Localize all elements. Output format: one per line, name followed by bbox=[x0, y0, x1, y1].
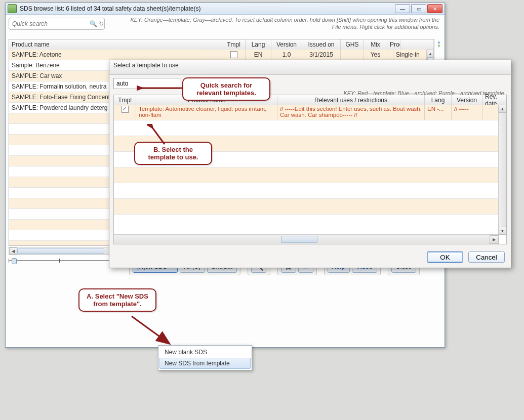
minimize-button[interactable]: — bbox=[395, 4, 410, 13]
template-rev-cell bbox=[482, 105, 499, 120]
mcol-version[interactable]: Version bbox=[452, 95, 482, 105]
key-legend: KEY: Orange—template; Gray—archived. To … bbox=[126, 17, 439, 31]
col-lang[interactable]: Lang bbox=[246, 39, 271, 50]
template-lang-cell: EN -... bbox=[425, 105, 452, 120]
dialog-scroll-right-icon[interactable]: ▶ bbox=[490, 235, 499, 244]
template-search-input[interactable] bbox=[113, 78, 180, 89]
menu-new-blank-sds[interactable]: New blank SDS bbox=[159, 347, 251, 358]
zoom-slider[interactable] bbox=[9, 257, 110, 264]
quick-search-box[interactable]: 🔍 ↻ bbox=[9, 18, 105, 30]
new-sds-dropdown: New blank SDS New SDS from template bbox=[158, 345, 252, 370]
cell-name: SAMPLE: Acetone bbox=[9, 50, 222, 60]
col-product-no[interactable]: Product no. bbox=[387, 39, 400, 50]
template-table-body: Template: Automotive cleaner, liquid: po… bbox=[114, 105, 499, 235]
hscroll-thumb[interactable] bbox=[17, 248, 104, 254]
tmpl-checkbox[interactable] bbox=[230, 51, 237, 58]
template-row[interactable]: Template: Automotive cleaner, liquid: po… bbox=[114, 105, 499, 120]
template-table: Tmpl Product name Relevant uses / restri… bbox=[113, 95, 507, 244]
dialog-hscrollbar[interactable]: ▶ bbox=[114, 234, 499, 244]
mcol-tmpl[interactable]: Tmpl bbox=[114, 95, 136, 105]
dialog-scroll-up-icon[interactable]: ▲ bbox=[499, 105, 506, 113]
scroll-left-icon[interactable]: ◀ bbox=[9, 247, 17, 255]
cell-prodno bbox=[387, 50, 393, 60]
col-issued-on[interactable]: Issued on bbox=[302, 39, 341, 50]
maximize-button[interactable]: ▭ bbox=[411, 4, 426, 13]
cell-lang: EN bbox=[246, 50, 271, 60]
callout-b: B. Select the template to use. bbox=[134, 142, 212, 165]
cell-last: Single-in bbox=[393, 50, 427, 60]
template-checkbox[interactable] bbox=[122, 106, 129, 113]
cell-ghs bbox=[341, 50, 364, 60]
col-product-name[interactable]: Product name bbox=[9, 39, 222, 50]
template-table-header: Tmpl Product name Relevant uses / restri… bbox=[114, 95, 506, 105]
app-icon bbox=[8, 4, 17, 13]
sort-indicator-icon[interactable]: ▲▼ bbox=[434, 39, 444, 49]
col-mix[interactable]: Mix bbox=[364, 39, 387, 50]
menu-new-sds-from-template[interactable]: New SDS from template bbox=[159, 358, 251, 369]
dialog-title: Select a template to use bbox=[109, 60, 511, 75]
cancel-button[interactable]: Cancel bbox=[468, 251, 505, 263]
titlebar[interactable]: SDS browse list: 6 listed of 34 total sa… bbox=[6, 3, 445, 15]
table-row[interactable]: SAMPLE: AcetoneEN1.03/1/2015YesSingle-in bbox=[9, 50, 427, 60]
slider-handle[interactable] bbox=[12, 258, 17, 264]
mcol-rev-date[interactable]: Rev. date bbox=[482, 95, 506, 105]
template-uses-cell: // -----Edit this section! Enter uses, s… bbox=[277, 105, 425, 120]
template-name-cell: Template: Automotive cleaner, liquid: po… bbox=[136, 105, 277, 120]
close-window-button[interactable]: ✕ bbox=[427, 4, 442, 13]
scroll-up-icon[interactable]: ▲ bbox=[427, 50, 434, 58]
callout-c: Quick search for relevant templates. bbox=[182, 77, 270, 101]
quick-search-input[interactable] bbox=[11, 20, 90, 28]
search-icon[interactable]: 🔍 bbox=[90, 20, 97, 27]
col-version[interactable]: Version bbox=[271, 39, 302, 50]
table-header-row: Product name Tmpl Lang Version Issued on… bbox=[9, 39, 434, 50]
cell-mix: Yes bbox=[364, 50, 387, 60]
col-ghs[interactable]: GHS bbox=[341, 39, 364, 50]
callout-a: A. Select "New SDS from template". bbox=[78, 288, 156, 312]
col-tmpl[interactable]: Tmpl bbox=[222, 39, 246, 50]
ok-button[interactable]: OK bbox=[427, 251, 463, 263]
cell-tmpl bbox=[222, 50, 246, 60]
template-ver-cell: // ----- bbox=[452, 105, 482, 120]
mcol-lang[interactable]: Lang bbox=[425, 95, 452, 105]
history-icon[interactable]: ↻ bbox=[99, 20, 104, 27]
cell-ver: 1.0 bbox=[271, 50, 302, 60]
window-title: SDS browse list: 6 listed of 34 total sa… bbox=[17, 5, 395, 12]
dialog-hscroll-thumb[interactable] bbox=[281, 236, 317, 243]
cell-issued: 3/1/2015 bbox=[302, 50, 341, 60]
dialog-vscrollbar[interactable]: ▲ ▼ bbox=[498, 105, 506, 235]
dialog-scroll-down-icon[interactable]: ▼ bbox=[499, 227, 506, 235]
col-last[interactable] bbox=[400, 39, 434, 50]
mcol-uses[interactable]: Relevant uses / restrictions bbox=[277, 95, 425, 105]
